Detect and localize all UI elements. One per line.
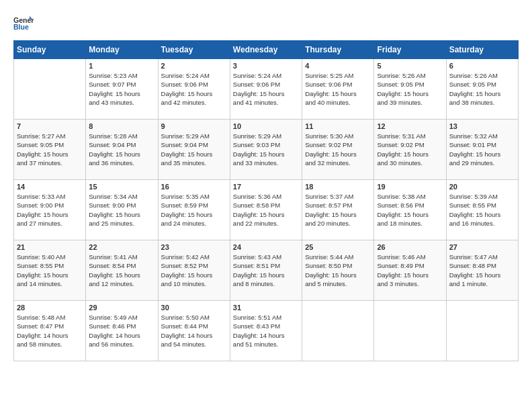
day-info: Sunrise: 5:28 AMSunset: 9:04 PMDaylight:… [89,132,154,167]
week-row-2: 7Sunrise: 5:27 AMSunset: 9:05 PMDaylight… [14,120,519,180]
logo: General Blue [13,13,36,34]
day-number: 25 [305,243,371,251]
day-cell: 18Sunrise: 5:37 AMSunset: 8:57 PMDayligh… [302,180,374,240]
day-info: Sunrise: 5:46 AMSunset: 8:49 PMDaylight:… [377,253,443,288]
header-cell-tuesday: Tuesday [158,41,230,59]
day-info: Sunrise: 5:25 AMSunset: 9:06 PMDaylight:… [305,71,371,107]
day-info: Sunrise: 5:31 AMSunset: 9:02 PMDaylight:… [377,132,443,167]
day-info: Sunrise: 5:39 AMSunset: 8:55 PMDaylight:… [449,192,515,228]
day-cell: 11Sunrise: 5:30 AMSunset: 9:02 PMDayligh… [302,120,374,180]
day-cell: 29Sunrise: 5:49 AMSunset: 8:46 PMDayligh… [86,301,158,361]
day-number: 31 [233,304,299,312]
day-cell: 20Sunrise: 5:39 AMSunset: 8:55 PMDayligh… [446,180,518,240]
day-info: Sunrise: 5:27 AMSunset: 9:05 PMDaylight:… [17,132,83,167]
day-cell: 13Sunrise: 5:32 AMSunset: 9:01 PMDayligh… [446,120,518,180]
day-info: Sunrise: 5:48 AMSunset: 8:47 PMDaylight:… [17,313,83,349]
day-number: 9 [161,122,227,130]
day-cell: 22Sunrise: 5:41 AMSunset: 8:54 PMDayligh… [86,240,158,301]
day-info: Sunrise: 5:43 AMSunset: 8:51 PMDaylight:… [233,253,299,288]
day-info: Sunrise: 5:38 AMSunset: 8:56 PMDaylight:… [377,192,443,228]
day-cell: 23Sunrise: 5:42 AMSunset: 8:52 PMDayligh… [158,240,230,301]
day-info: Sunrise: 5:49 AMSunset: 8:46 PMDaylight:… [89,313,154,349]
day-info: Sunrise: 5:47 AMSunset: 8:48 PMDaylight:… [449,253,515,288]
day-cell [446,301,518,361]
day-cell [14,59,86,120]
day-cell: 30Sunrise: 5:50 AMSunset: 8:44 PMDayligh… [158,301,230,361]
day-info: Sunrise: 5:29 AMSunset: 9:04 PMDaylight:… [161,132,227,167]
day-info: Sunrise: 5:34 AMSunset: 9:00 PMDaylight:… [89,192,154,228]
header-cell-thursday: Thursday [302,41,374,59]
day-number: 5 [377,62,443,70]
day-number: 26 [377,243,443,251]
header-cell-saturday: Saturday [446,41,518,59]
page-header: General Blue [13,13,519,34]
day-info: Sunrise: 5:36 AMSunset: 8:58 PMDaylight:… [233,192,299,228]
day-number: 28 [17,304,83,312]
day-number: 15 [89,183,154,191]
day-number: 17 [233,183,299,191]
day-number: 27 [449,243,515,251]
day-cell: 4Sunrise: 5:25 AMSunset: 9:06 PMDaylight… [302,59,374,120]
day-info: Sunrise: 5:26 AMSunset: 9:05 PMDaylight:… [377,71,443,107]
day-number: 20 [449,183,515,191]
day-cell: 21Sunrise: 5:40 AMSunset: 8:55 PMDayligh… [14,240,86,301]
day-cell: 12Sunrise: 5:31 AMSunset: 9:02 PMDayligh… [374,120,446,180]
day-info: Sunrise: 5:32 AMSunset: 9:01 PMDaylight:… [449,132,515,167]
day-number: 4 [305,62,371,70]
week-row-3: 14Sunrise: 5:33 AMSunset: 9:00 PMDayligh… [14,180,519,240]
day-number: 16 [161,183,227,191]
day-cell: 26Sunrise: 5:46 AMSunset: 8:49 PMDayligh… [374,240,446,301]
day-cell: 19Sunrise: 5:38 AMSunset: 8:56 PMDayligh… [374,180,446,240]
day-number: 24 [233,243,299,251]
day-number: 6 [449,62,515,70]
day-cell: 15Sunrise: 5:34 AMSunset: 9:00 PMDayligh… [86,180,158,240]
day-cell: 2Sunrise: 5:24 AMSunset: 9:06 PMDaylight… [158,59,230,120]
week-row-1: 1Sunrise: 5:23 AMSunset: 9:07 PMDaylight… [14,59,519,120]
day-info: Sunrise: 5:24 AMSunset: 9:06 PMDaylight:… [233,71,299,107]
day-cell: 17Sunrise: 5:36 AMSunset: 8:58 PMDayligh… [230,180,302,240]
day-cell: 7Sunrise: 5:27 AMSunset: 9:05 PMDaylight… [14,120,86,180]
day-number: 23 [161,243,227,251]
day-cell: 31Sunrise: 5:51 AMSunset: 8:43 PMDayligh… [230,301,302,361]
day-info: Sunrise: 5:41 AMSunset: 8:54 PMDaylight:… [89,253,154,288]
day-cell: 1Sunrise: 5:23 AMSunset: 9:07 PMDaylight… [86,59,158,120]
day-info: Sunrise: 5:42 AMSunset: 8:52 PMDaylight:… [161,253,227,288]
day-number: 18 [305,183,371,191]
day-number: 10 [233,122,299,130]
day-cell: 16Sunrise: 5:35 AMSunset: 8:59 PMDayligh… [158,180,230,240]
header-cell-wednesday: Wednesday [230,41,302,59]
day-cell [302,301,374,361]
day-number: 29 [89,304,154,312]
day-cell: 14Sunrise: 5:33 AMSunset: 9:00 PMDayligh… [14,180,86,240]
day-cell: 27Sunrise: 5:47 AMSunset: 8:48 PMDayligh… [446,240,518,301]
calendar-table: SundayMondayTuesdayWednesdayThursdayFrid… [13,40,519,361]
day-number: 11 [305,122,371,130]
day-number: 7 [17,122,83,130]
day-cell: 5Sunrise: 5:26 AMSunset: 9:05 PMDaylight… [374,59,446,120]
day-info: Sunrise: 5:51 AMSunset: 8:43 PMDaylight:… [233,313,299,349]
day-number: 30 [161,304,227,312]
header-cell-monday: Monday [86,41,158,59]
header-cell-sunday: Sunday [14,41,86,59]
svg-text:Blue: Blue [13,23,29,31]
day-cell: 9Sunrise: 5:29 AMSunset: 9:04 PMDaylight… [158,120,230,180]
day-cell: 24Sunrise: 5:43 AMSunset: 8:51 PMDayligh… [230,240,302,301]
day-cell: 25Sunrise: 5:44 AMSunset: 8:50 PMDayligh… [302,240,374,301]
day-number: 14 [17,183,83,191]
day-info: Sunrise: 5:40 AMSunset: 8:55 PMDaylight:… [17,253,83,288]
day-info: Sunrise: 5:23 AMSunset: 9:07 PMDaylight:… [89,71,154,107]
week-row-5: 28Sunrise: 5:48 AMSunset: 8:47 PMDayligh… [14,301,519,361]
day-info: Sunrise: 5:26 AMSunset: 9:05 PMDaylight:… [449,71,515,107]
day-info: Sunrise: 5:50 AMSunset: 8:44 PMDaylight:… [161,313,227,349]
day-number: 2 [161,62,227,70]
day-number: 8 [89,122,154,130]
day-number: 19 [377,183,443,191]
day-info: Sunrise: 5:44 AMSunset: 8:50 PMDaylight:… [305,253,371,288]
header-row: SundayMondayTuesdayWednesdayThursdayFrid… [14,41,519,59]
day-info: Sunrise: 5:35 AMSunset: 8:59 PMDaylight:… [161,192,227,228]
day-number: 1 [89,62,154,70]
week-row-4: 21Sunrise: 5:40 AMSunset: 8:55 PMDayligh… [14,240,519,301]
day-number: 13 [449,122,515,130]
day-number: 12 [377,122,443,130]
day-info: Sunrise: 5:37 AMSunset: 8:57 PMDaylight:… [305,192,371,228]
